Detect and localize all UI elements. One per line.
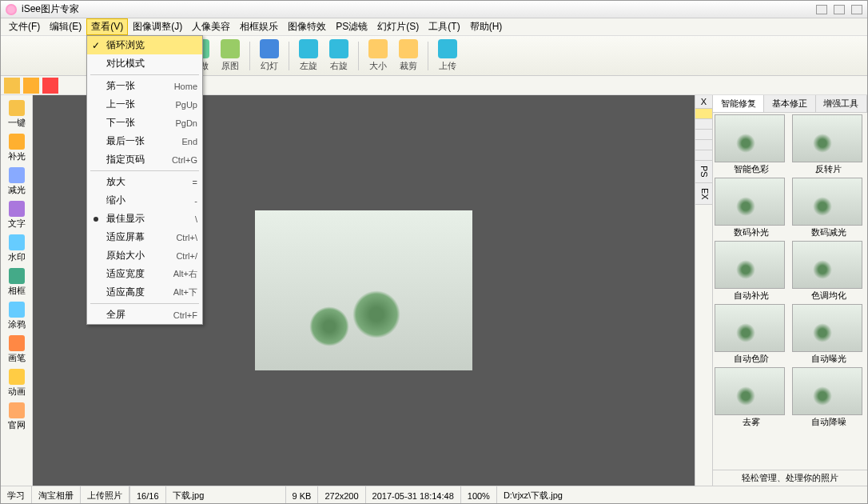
- status-dims: 272x200: [318, 486, 365, 504]
- menuitem-上一张[interactable]: 上一张PgUp: [87, 95, 202, 114]
- thumb-色调均化[interactable]: 色调均化: [792, 241, 866, 302]
- left-补光[interactable]: 补光: [3, 132, 30, 164]
- status-tab-上传照片[interactable]: 上传照片: [81, 486, 129, 504]
- 涂鸦-icon: [9, 302, 25, 318]
- menu-8[interactable]: 幻灯片(S): [372, 18, 424, 35]
- toolbar-右旋[interactable]: 右旋: [325, 39, 353, 73]
- status-datetime: 2017-05-31 18:14:48: [366, 486, 461, 504]
- thumb-数码补光[interactable]: 数码补光: [715, 178, 789, 239]
- titlebar: iSee图片专家: [1, 1, 867, 18]
- thumb-image: [792, 178, 862, 226]
- left-一键[interactable]: 一键: [3, 98, 30, 130]
- status-tab-学习[interactable]: 学习: [1, 486, 32, 504]
- toolbar-上传[interactable]: 上传: [433, 39, 462, 73]
- sidetab-4[interactable]: 风格特效: [695, 150, 712, 161]
- sidetab-6[interactable]: EX: [695, 183, 712, 206]
- menu-9[interactable]: 工具(T): [424, 18, 464, 35]
- 原图-icon: [221, 39, 240, 58]
- delete-icon[interactable]: [42, 78, 58, 94]
- right-panel: X照片修复人像美容相框娱乐影楼效果风格特效PS滤镜EX 智能修复基本修正增强工具…: [695, 95, 867, 486]
- maximize-button[interactable]: [834, 5, 845, 14]
- status-path: D:\rjxz\下载.jpg: [497, 486, 867, 504]
- left-文字[interactable]: 文字: [3, 199, 30, 231]
- menu-7[interactable]: PS滤镜: [331, 18, 372, 35]
- toolbar-幻灯[interactable]: 幻灯: [255, 39, 284, 73]
- thumb-image: [715, 304, 785, 352]
- thumb-自动补光[interactable]: 自动补光: [715, 241, 789, 302]
- toptab-1[interactable]: 基本修正: [764, 95, 815, 112]
- menuitem-放大[interactable]: 放大=: [87, 173, 202, 191]
- menuitem-适应宽度[interactable]: 适应宽度Alt+右: [87, 265, 202, 283]
- left-sidebar: 一键补光减光文字水印相框涂鸦画笔动画官网: [1, 95, 33, 486]
- toolbar-原图[interactable]: 原图: [216, 39, 245, 73]
- thumb-自动色阶[interactable]: 自动色阶: [715, 304, 789, 366]
- sidetab-3[interactable]: 影楼效果: [695, 140, 712, 150]
- thumb-去雾[interactable]: 去雾: [715, 367, 789, 429]
- menuitem-缩小[interactable]: 缩小-: [87, 191, 202, 210]
- toolbar-大小[interactable]: 大小: [364, 39, 392, 73]
- menuitem-第一张[interactable]: 第一张Home: [87, 77, 202, 95]
- thumb-反转片[interactable]: 反转片: [792, 114, 866, 176]
- 动画-icon: [9, 369, 25, 385]
- thumb-自动曝光[interactable]: 自动曝光: [792, 304, 866, 366]
- bullet-icon: [94, 217, 98, 222]
- 裁剪-icon: [399, 39, 418, 58]
- 画笔-icon: [9, 335, 25, 351]
- sidetab-5[interactable]: PS滤镜: [695, 161, 712, 183]
- status-page: 16/16: [130, 486, 166, 504]
- 官网-icon: [9, 402, 25, 418]
- toolbar-左旋[interactable]: 左旋: [294, 39, 323, 73]
- view-menu-dropdown: ✓循环浏览对比模式第一张Home上一张PgUp下一张PgDn最后一张End指定页…: [86, 35, 203, 325]
- status-zoom: 100%: [461, 486, 497, 504]
- menuitem-原始大小[interactable]: 原始大小Ctrl+/: [87, 246, 202, 265]
- menuitem-对比模式[interactable]: 对比模式: [87, 54, 202, 73]
- app-icon: [6, 4, 17, 15]
- menu-10[interactable]: 帮助(H): [465, 18, 508, 35]
- 上传-icon: [438, 39, 457, 58]
- menuitem-最佳显示[interactable]: 最佳显示\: [87, 210, 202, 228]
- left-水印[interactable]: 水印: [3, 233, 30, 265]
- toptab-0[interactable]: 智能修复: [713, 95, 764, 112]
- menu-4[interactable]: 人像美容: [187, 18, 235, 35]
- toptab-2[interactable]: 增强工具: [816, 95, 867, 112]
- toolbar-裁剪[interactable]: 裁剪: [394, 39, 423, 73]
- open-icon[interactable]: [4, 78, 20, 94]
- thumb-image: [792, 241, 862, 289]
- 幻灯-icon: [260, 39, 279, 58]
- save-icon[interactable]: [23, 78, 39, 94]
- 相框-icon: [9, 268, 25, 284]
- thumb-自动降噪[interactable]: 自动降噪: [792, 367, 866, 429]
- thumb-智能色彩[interactable]: 智能色彩: [715, 114, 789, 176]
- left-减光[interactable]: 减光: [3, 166, 30, 198]
- minimize-button[interactable]: [816, 5, 827, 14]
- menu-5[interactable]: 相框娱乐: [235, 18, 283, 35]
- thumb-数码减光[interactable]: 数码减光: [792, 178, 866, 239]
- sidetab-2[interactable]: 相框娱乐: [695, 130, 712, 140]
- left-画笔[interactable]: 画笔: [3, 334, 30, 366]
- menu-1[interactable]: 编辑(E): [45, 18, 86, 35]
- close-panel-button[interactable]: X: [695, 95, 712, 109]
- sidetab-0[interactable]: 照片修复: [695, 109, 712, 119]
- menuitem-适应屏幕[interactable]: 适应屏幕Ctrl+\: [87, 228, 202, 246]
- menuitem-循环浏览[interactable]: ✓循环浏览: [87, 36, 202, 54]
- left-动画[interactable]: 动画: [3, 367, 30, 399]
- menu-6[interactable]: 图像特效: [283, 18, 331, 35]
- thumb-image: [792, 367, 862, 415]
- menu-0[interactable]: 文件(F): [4, 18, 45, 35]
- left-相框[interactable]: 相框: [3, 266, 30, 298]
- left-涂鸦[interactable]: 涂鸦: [3, 300, 30, 332]
- 大小-icon: [368, 39, 388, 58]
- menu-3[interactable]: 图像调整(J): [128, 18, 187, 35]
- menuitem-最后一张[interactable]: 最后一张End: [87, 132, 202, 150]
- 左旋-icon: [299, 39, 318, 58]
- 右旋-icon: [329, 39, 348, 58]
- close-button[interactable]: [851, 5, 862, 14]
- menuitem-适应高度[interactable]: 适应高度Alt+下: [87, 283, 202, 302]
- status-tab-淘宝相册[interactable]: 淘宝相册: [32, 486, 81, 504]
- menuitem-全屏[interactable]: 全屏Ctrl+F: [87, 306, 202, 324]
- sidetab-1[interactable]: 人像美容: [695, 119, 712, 130]
- menu-2[interactable]: 查看(V): [86, 18, 128, 35]
- menuitem-下一张[interactable]: 下一张PgDn: [87, 114, 202, 132]
- menuitem-指定页码[interactable]: 指定页码Ctrl+G: [87, 150, 202, 169]
- left-官网[interactable]: 官网: [3, 401, 30, 433]
